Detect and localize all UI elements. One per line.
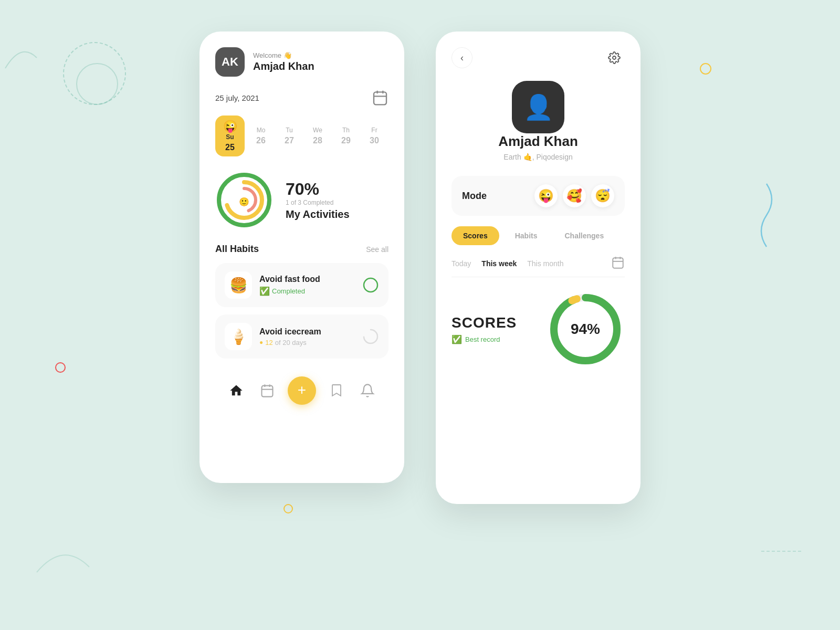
- score-donut-chart: 94%: [546, 290, 625, 369]
- nav-bookmark-button[interactable]: [326, 380, 347, 401]
- svg-rect-15: [613, 258, 623, 268]
- welcome-label: Welcome 👋: [253, 51, 314, 59]
- date-row: 25 july, 2021: [215, 89, 388, 106]
- tab-habits[interactable]: Habits: [503, 226, 549, 245]
- all-habits-header: All Habits See all: [215, 244, 388, 255]
- time-filter: Today This week This month: [452, 256, 625, 277]
- habit-card-fastfood: 🍔 Avoid fast food ✅ Completed: [215, 263, 388, 307]
- svg-point-8: [364, 278, 377, 292]
- calendar-day-we[interactable]: We 28: [306, 122, 330, 150]
- scores-title: SCORES: [452, 314, 536, 331]
- time-btn-thismonth[interactable]: This month: [527, 259, 563, 268]
- habit-emoji-icecream: 🍦: [225, 323, 252, 350]
- habit-toggle-fastfood[interactable]: [362, 277, 379, 293]
- profile-center: 👤 Amjad Khan Earth 🤙, Piqodesign: [452, 81, 625, 161]
- scores-best-record: ✅ Best record: [452, 334, 536, 344]
- date-display: 25 july, 2021: [215, 93, 259, 102]
- habit-emoji-fastfood: 🍔: [225, 271, 252, 299]
- svg-rect-0: [374, 92, 386, 104]
- habit-progress-icecream: ● 12 of 20 days: [259, 339, 355, 346]
- tabs-row: Scores Habits Challenges: [452, 226, 625, 245]
- calendar-day-th[interactable]: Th 29: [334, 122, 358, 150]
- time-btn-thisweek[interactable]: This week: [481, 259, 517, 268]
- profile-subtitle: Earth 🤙, Piqodesign: [503, 153, 572, 161]
- tab-scores[interactable]: Scores: [452, 226, 499, 245]
- user-name-left: Amjad Khan: [253, 60, 314, 72]
- mode-emojis: 😜 🥰 😴: [534, 184, 614, 207]
- nav-calendar-button[interactable]: [257, 380, 278, 401]
- svg-text:🙂: 🙂: [239, 197, 249, 207]
- svg-rect-10: [261, 386, 272, 397]
- activities-percentage: 70%: [286, 180, 388, 199]
- left-phone-card: AK Welcome 👋 Amjad Khan 25 july, 2021 😜 …: [200, 32, 404, 483]
- profile-info: Welcome 👋 Amjad Khan: [253, 51, 314, 72]
- habit-name-fastfood: Avoid fast food: [259, 275, 355, 284]
- calendar-day-tu[interactable]: Tu 27: [277, 122, 301, 150]
- mode-emoji-1[interactable]: 😜: [534, 184, 558, 207]
- habit-card-icecream: 🍦 Avoid icecream ● 12 of 20 days: [215, 314, 388, 359]
- all-habits-title: All Habits: [215, 244, 259, 255]
- scores-info: SCORES ✅ Best record: [452, 314, 536, 344]
- habit-info-fastfood: Avoid fast food ✅ Completed: [259, 275, 355, 296]
- mode-emoji-2[interactable]: 🥰: [563, 184, 586, 207]
- bottom-nav: +: [215, 366, 388, 410]
- mode-section: Mode 😜 🥰 😴: [452, 176, 625, 216]
- habit-toggle-icecream[interactable]: [362, 328, 379, 345]
- activities-completed: 1 of 3 Completed: [286, 199, 388, 206]
- calendar-day-mo[interactable]: Mo 26: [249, 122, 273, 150]
- right-phone-card: ‹ 👤 Amjad Khan Earth 🤙, Piqodesign Mode …: [436, 32, 640, 504]
- activities-donut: 🙂: [215, 171, 273, 229]
- nav-home-button[interactable]: [226, 380, 247, 401]
- scores-section: SCORES ✅ Best record 94%: [452, 290, 625, 369]
- nav-bell-button[interactable]: [357, 380, 378, 401]
- mode-emoji-3[interactable]: 😴: [591, 184, 614, 207]
- profile-avatar-large: 👤: [512, 81, 564, 133]
- score-percentage: 94%: [571, 321, 600, 338]
- back-button[interactable]: ‹: [452, 47, 472, 68]
- activities-title: My Activities: [286, 208, 388, 220]
- svg-point-14: [613, 56, 616, 59]
- habit-name-icecream: Avoid icecream: [259, 327, 355, 337]
- avatar: AK: [215, 47, 245, 77]
- emoji-day[interactable]: 😜 Su 25: [215, 116, 245, 156]
- calendar-icon[interactable]: [372, 89, 388, 106]
- settings-button[interactable]: [604, 47, 625, 68]
- calendar-strip: 😜 Su 25 Mo 26 Tu 27 We 28 Th 29 Fr: [215, 116, 388, 156]
- habit-info-icecream: Avoid icecream ● 12 of 20 days: [259, 327, 355, 346]
- activities-info: 70% 1 of 3 Completed My Activities: [286, 180, 388, 220]
- time-calendar-icon[interactable]: [611, 256, 625, 271]
- profile-header: AK Welcome 👋 Amjad Khan: [215, 47, 388, 77]
- activities-section: 🙂 70% 1 of 3 Completed My Activities: [215, 171, 388, 229]
- right-top-nav: ‹: [452, 47, 625, 68]
- profile-name-right: Amjad Khan: [498, 133, 578, 150]
- tab-challenges[interactable]: Challenges: [553, 226, 616, 245]
- habit-status-fastfood: ✅ Completed: [259, 286, 355, 296]
- nav-add-button[interactable]: +: [288, 376, 316, 405]
- svg-point-9: [364, 330, 377, 343]
- mode-label: Mode: [462, 191, 487, 202]
- see-all-button[interactable]: See all: [366, 245, 388, 254]
- time-btn-today[interactable]: Today: [452, 259, 471, 268]
- calendar-day-fr[interactable]: Fr 30: [362, 122, 386, 150]
